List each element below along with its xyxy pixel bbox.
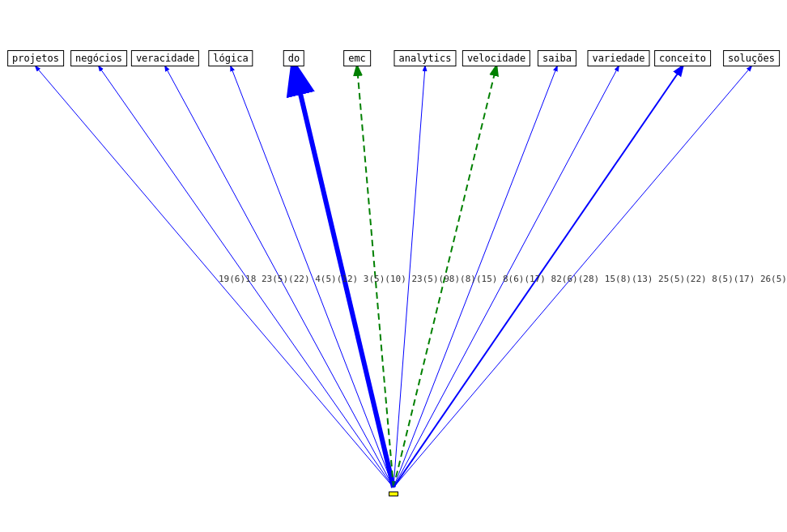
node-solucoes: soluções xyxy=(723,50,780,66)
node-do: do xyxy=(283,50,304,66)
node-negocios: negócios xyxy=(70,50,127,66)
node-saiba: saiba xyxy=(538,50,576,66)
node-veracidade: veracidade xyxy=(131,50,199,66)
graph-container: 19(6)18 23(5)(22) 4(5)(12) 3(5)(10) 23(5… xyxy=(0,0,787,532)
annotation-text: 19(6)18 23(5)(22) 4(5)(12) 3(5)(10) 23(5… xyxy=(219,274,787,284)
node-analytics: analytics xyxy=(394,50,456,66)
node-conceito: conceito xyxy=(654,50,711,66)
node-variedade: variedade xyxy=(587,50,649,66)
center-node xyxy=(389,492,398,496)
node-projetos: projetos xyxy=(7,50,64,66)
node-velocidade: velocidade xyxy=(462,50,530,66)
node-emc: emc xyxy=(343,50,371,66)
node-logica: lógica xyxy=(208,50,253,66)
graph-svg: 19(6)18 23(5)(22) 4(5)(12) 3(5)(10) 23(5… xyxy=(0,0,787,532)
